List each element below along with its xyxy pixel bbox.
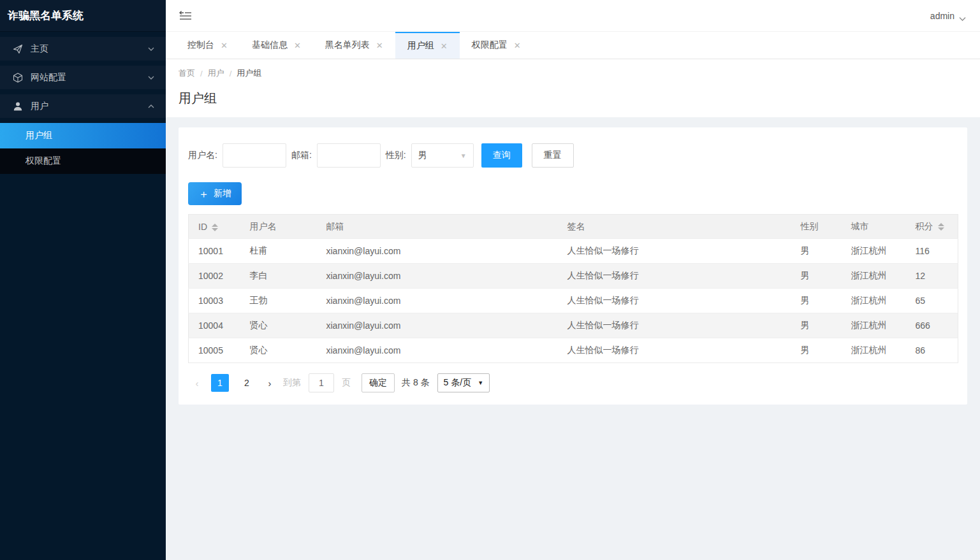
table-header-row: ID 用户名 邮箱 签名 性别 城市 积分 bbox=[189, 215, 958, 239]
add-button-label: 新增 bbox=[214, 188, 231, 199]
cell-gender: 男 bbox=[791, 338, 842, 363]
sort-icon[interactable] bbox=[938, 223, 944, 231]
cell-score: 12 bbox=[906, 264, 958, 289]
cell-city: 浙江杭州 bbox=[842, 289, 906, 313]
tab-label: 权限配置 bbox=[472, 39, 508, 51]
cell-username: 李白 bbox=[240, 264, 317, 289]
sidebar-item-home[interactable]: 主页 bbox=[0, 37, 166, 61]
add-button[interactable]: ＋ 新增 bbox=[188, 182, 242, 205]
cell-gender: 男 bbox=[791, 239, 842, 264]
table-row: 10005 贤心 xianxin@layui.com 人生恰似一场修行 男 浙江… bbox=[189, 338, 958, 363]
sidebar-item-label: 网站配置 bbox=[31, 72, 148, 83]
breadcrumb-home[interactable]: 首页 bbox=[179, 68, 195, 79]
sidebar-item-user-group[interactable]: 用户组 bbox=[0, 123, 166, 148]
sidebar-item-label: 主页 bbox=[31, 43, 148, 55]
select-arrow-icon: ▼ bbox=[478, 380, 483, 386]
search-button[interactable]: 查询 bbox=[481, 143, 522, 168]
close-icon[interactable]: ✕ bbox=[376, 41, 383, 50]
cell-email: xianxin@layui.com bbox=[317, 239, 558, 264]
chevron-up-icon bbox=[148, 103, 154, 110]
total-count-label: 共 8 条 bbox=[402, 377, 430, 389]
select-arrow-icon: ▼ bbox=[460, 152, 467, 159]
cell-signature: 人生恰似一场修行 bbox=[558, 338, 791, 363]
cell-score: 65 bbox=[906, 289, 958, 313]
tab-basic-info[interactable]: 基础信息 ✕ bbox=[240, 32, 313, 59]
goto-page-input[interactable] bbox=[309, 373, 334, 392]
close-icon[interactable]: ✕ bbox=[221, 41, 228, 50]
next-page-button[interactable]: › bbox=[265, 378, 275, 389]
username-label: 用户名: bbox=[188, 150, 217, 161]
search-form: 用户名: 邮箱: 性别: 男 ▼ 查询 重置 bbox=[188, 143, 958, 168]
username-input[interactable] bbox=[223, 143, 286, 168]
username-label: admin bbox=[930, 11, 954, 21]
pagination: ‹ 1 2 › 到第 页 确定 共 8 条 5 条/页 ▼ bbox=[188, 373, 958, 392]
cell-signature: 人生恰似一场修行 bbox=[558, 313, 791, 338]
cell-score: 666 bbox=[906, 313, 958, 338]
breadcrumb-separator: / bbox=[230, 69, 232, 78]
goto-label: 到第 bbox=[283, 377, 301, 389]
column-header-username: 用户名 bbox=[240, 215, 317, 239]
tab-console[interactable]: 控制台 ✕ bbox=[175, 32, 240, 59]
sidebar-item-permission-config[interactable]: 权限配置 bbox=[0, 148, 166, 174]
page-button-1[interactable]: 1 bbox=[211, 374, 229, 392]
sidebar-subitem-label: 用户组 bbox=[26, 130, 52, 141]
table-row: 10003 王勃 xianxin@layui.com 人生恰似一场修行 男 浙江… bbox=[189, 289, 958, 313]
tab-label: 基础信息 bbox=[252, 39, 288, 51]
page-size-select[interactable]: 5 条/页 ▼ bbox=[437, 373, 490, 392]
user-icon bbox=[13, 101, 23, 111]
table-row: 10004 贤心 xianxin@layui.com 人生恰似一场修行 男 浙江… bbox=[189, 313, 958, 338]
user-menu[interactable]: admin bbox=[930, 11, 966, 21]
confirm-button[interactable]: 确定 bbox=[362, 373, 395, 392]
sidebar-submenu-user: 用户组 权限配置 bbox=[0, 123, 166, 174]
tab-blacklist[interactable]: 黑名单列表 ✕ bbox=[313, 32, 395, 59]
breadcrumb: 首页 / 用户 / 用户组 bbox=[179, 68, 967, 79]
gender-select[interactable]: 男 ▼ bbox=[411, 143, 474, 168]
column-header-id[interactable]: ID bbox=[189, 215, 240, 239]
paper-plane-icon bbox=[13, 44, 23, 54]
reset-button[interactable]: 重置 bbox=[532, 143, 574, 168]
cell-score: 116 bbox=[906, 239, 958, 264]
cell-id: 10001 bbox=[189, 239, 240, 264]
cell-gender: 男 bbox=[791, 313, 842, 338]
close-icon[interactable]: ✕ bbox=[514, 41, 521, 50]
cell-city: 浙江杭州 bbox=[842, 338, 906, 363]
cell-id: 10003 bbox=[189, 289, 240, 313]
column-header-score[interactable]: 积分 bbox=[906, 215, 958, 239]
page-button-2[interactable]: 2 bbox=[238, 374, 256, 392]
cell-signature: 人生恰似一场修行 bbox=[558, 239, 791, 264]
cell-username: 贤心 bbox=[240, 338, 317, 363]
cell-email: xianxin@layui.com bbox=[317, 313, 558, 338]
cell-email: xianxin@layui.com bbox=[317, 289, 558, 313]
content-card: 用户名: 邮箱: 性别: 男 ▼ 查询 重置 ＋ 新增 bbox=[179, 127, 967, 405]
close-icon[interactable]: ✕ bbox=[441, 41, 448, 51]
gender-selected-value: 男 bbox=[418, 150, 427, 161]
column-header-gender: 性别 bbox=[791, 215, 842, 239]
sidebar: 诈骗黑名单系统 主页 网站配置 用户 用户组 权限配置 bbox=[0, 0, 166, 560]
cell-city: 浙江杭州 bbox=[842, 313, 906, 338]
cell-signature: 人生恰似一场修行 bbox=[558, 289, 791, 313]
tab-user-group[interactable]: 用户组 ✕ bbox=[395, 32, 460, 59]
sidebar-collapse-icon[interactable] bbox=[179, 10, 193, 22]
plus-icon: ＋ bbox=[198, 187, 209, 201]
sidebar-item-site-config[interactable]: 网站配置 bbox=[0, 66, 166, 89]
sort-icon[interactable] bbox=[212, 224, 218, 231]
page-title: 用户组 bbox=[179, 90, 967, 107]
tab-label: 黑名单列表 bbox=[325, 39, 370, 51]
top-header: admin bbox=[166, 0, 980, 32]
close-icon[interactable]: ✕ bbox=[294, 41, 301, 50]
sidebar-item-user[interactable]: 用户 bbox=[0, 94, 166, 118]
column-header-city: 城市 bbox=[842, 215, 906, 239]
page-size-value: 5 条/页 bbox=[444, 377, 472, 389]
cell-id: 10004 bbox=[189, 313, 240, 338]
chevron-down-icon bbox=[148, 46, 154, 52]
tab-label: 控制台 bbox=[187, 39, 214, 51]
email-input[interactable] bbox=[317, 143, 381, 168]
page-head: 首页 / 用户 / 用户组 用户组 bbox=[166, 59, 980, 117]
column-header-email: 邮箱 bbox=[317, 215, 558, 239]
prev-page-button[interactable]: ‹ bbox=[192, 378, 202, 389]
tab-permission-config[interactable]: 权限配置 ✕ bbox=[460, 32, 533, 59]
breadcrumb-user[interactable]: 用户 bbox=[208, 68, 224, 79]
app-title: 诈骗黑名单系统 bbox=[0, 0, 166, 32]
sidebar-item-label: 用户 bbox=[31, 101, 148, 112]
cell-gender: 男 bbox=[791, 289, 842, 313]
